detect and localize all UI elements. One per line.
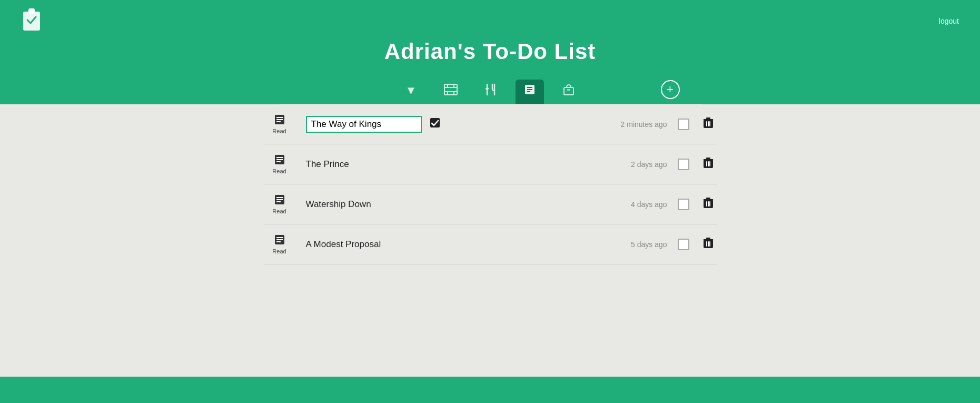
tab-shop[interactable] bbox=[555, 79, 583, 104]
task-checkbox[interactable] bbox=[678, 159, 689, 170]
tab-read[interactable] bbox=[516, 80, 544, 104]
read-category-icon bbox=[274, 234, 285, 247]
task-name-input[interactable] bbox=[306, 116, 422, 133]
task-category: Read bbox=[264, 154, 295, 174]
task-checkbox[interactable] bbox=[678, 199, 689, 210]
task-category: Read bbox=[264, 114, 295, 134]
task-checkbox[interactable] bbox=[678, 239, 689, 250]
task-time: 5 days ago bbox=[599, 240, 667, 249]
svg-rect-47 bbox=[706, 198, 710, 200]
filter-icon: ▼ bbox=[405, 85, 417, 96]
category-tabs: ▼ bbox=[280, 79, 701, 104]
task-list: Read 2 minutes ago bbox=[253, 104, 727, 264]
plus-icon: + bbox=[667, 84, 674, 95]
task-category-label: Read bbox=[272, 128, 286, 134]
bag-icon bbox=[563, 83, 575, 98]
read-category-icon bbox=[274, 114, 285, 127]
svg-rect-2 bbox=[444, 84, 457, 95]
page-title: Adrian's To-Do List bbox=[384, 39, 596, 64]
task-delete-button[interactable] bbox=[700, 196, 717, 212]
task-delete-button[interactable] bbox=[700, 156, 717, 172]
svg-rect-57 bbox=[706, 238, 710, 240]
book-icon bbox=[524, 84, 536, 97]
table-row: Read Watership Down 4 days ago bbox=[264, 184, 717, 224]
tab-food[interactable] bbox=[477, 79, 505, 104]
header: logout Adrian's To-Do List ▼ bbox=[0, 0, 980, 104]
task-delete-button[interactable] bbox=[700, 236, 717, 252]
task-time: 2 minutes ago bbox=[599, 120, 667, 129]
svg-rect-17 bbox=[564, 87, 573, 95]
task-save-button[interactable] bbox=[426, 116, 444, 132]
task-category-label: Read bbox=[272, 248, 286, 254]
task-category: Read bbox=[264, 234, 295, 254]
read-category-icon bbox=[274, 194, 285, 207]
table-row: Read The Prince 2 days ago bbox=[264, 144, 717, 184]
task-category: Read bbox=[264, 194, 295, 214]
footer bbox=[0, 377, 980, 403]
svg-rect-37 bbox=[706, 158, 710, 160]
svg-rect-3 bbox=[444, 87, 457, 92]
svg-rect-18 bbox=[567, 89, 569, 91]
task-name: A Modest Proposal bbox=[306, 239, 588, 250]
main-content: Read 2 minutes ago bbox=[0, 104, 980, 377]
task-checkbox[interactable] bbox=[678, 119, 689, 130]
tab-movies[interactable] bbox=[435, 80, 466, 104]
header-top: logout bbox=[21, 8, 959, 34]
tab-bar-line bbox=[280, 104, 701, 104]
table-row: Read 2 minutes ago bbox=[264, 104, 717, 144]
task-name: The Prince bbox=[306, 159, 588, 170]
read-category-icon bbox=[274, 154, 285, 167]
svg-rect-27 bbox=[706, 117, 710, 120]
task-name: Watership Down bbox=[306, 199, 588, 210]
table-row: Read A Modest Proposal 5 days ago bbox=[264, 224, 717, 264]
logo-icon bbox=[21, 8, 42, 34]
film-icon bbox=[444, 84, 458, 97]
task-delete-button[interactable] bbox=[700, 116, 717, 132]
task-category-label: Read bbox=[272, 168, 286, 174]
svg-rect-1 bbox=[28, 8, 35, 14]
tab-all[interactable]: ▼ bbox=[397, 81, 425, 103]
task-time: 2 days ago bbox=[599, 160, 667, 169]
task-time: 4 days ago bbox=[599, 200, 667, 209]
logout-button[interactable]: logout bbox=[939, 17, 959, 25]
task-category-label: Read bbox=[272, 208, 286, 214]
add-task-button[interactable]: + bbox=[661, 80, 680, 99]
svg-rect-19 bbox=[569, 89, 570, 91]
utensils-icon bbox=[485, 83, 497, 98]
